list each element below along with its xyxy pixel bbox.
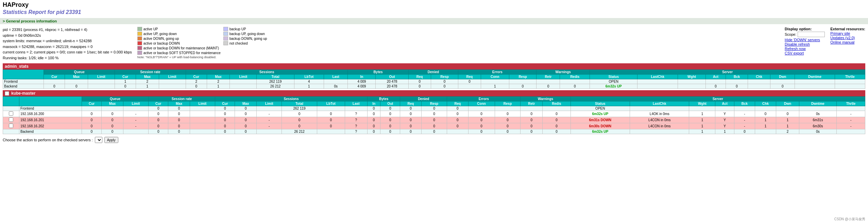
table-row: 192.168.16.200 00- 00 00-00? 00 00 000 0…: [3, 111, 865, 117]
col-sessions: Sessions: [186, 70, 348, 75]
apply-button[interactable]: Apply: [104, 137, 118, 143]
table-row: Frontend 12 22262 1194 4 00920 478 00 0 …: [3, 79, 865, 84]
process-line1: pid = 23391 (process #1, nbproc = 1, nbt…: [3, 27, 132, 33]
col-server: Server: [590, 70, 865, 75]
process-line4: maxsock = 524288, maxconn = 262119; maxp…: [3, 44, 132, 50]
col-queue: Queue: [44, 70, 115, 75]
external-resources: External resources: Primary site Updates…: [830, 27, 865, 61]
kube-master-section: kube-master Queue Session rate Sessions …: [3, 90, 865, 134]
scope-input[interactable]: [798, 32, 825, 37]
admin-stats-title: admin_stats: [5, 64, 29, 69]
process-line6: Running tasks: 1/26; idle = 100 %: [3, 55, 132, 61]
col-errors: Errors: [458, 70, 537, 75]
primary-site-link[interactable]: Primary site: [830, 31, 865, 35]
table-row: Frontend 00 00262 119 00 00 0 OPEN: [3, 106, 865, 111]
external-resources-title: External resources:: [830, 27, 865, 31]
legend-right: backup UP backup UP, going down backup D…: [223, 27, 267, 61]
legend-left: active UP active UP, going down active D…: [137, 27, 221, 61]
process-info: pid = 23391 (process #1, nbproc = 1, nbt…: [3, 27, 132, 61]
col-name: [19, 97, 82, 106]
server-201-checkbox[interactable]: [9, 117, 13, 122]
kube-master-title: kube-master: [11, 91, 35, 96]
table-row: Backend 00 00 0026 212? 00 00 00 00 6m32…: [3, 129, 865, 134]
display-options: Display option: Scope: Hide 'DOWN' serve…: [785, 27, 825, 61]
server-202-checkbox[interactable]: [9, 124, 13, 128]
kube-master-header: kube-master: [3, 90, 865, 96]
col-bytes: Bytes: [348, 70, 408, 75]
admin-stats-section: admin_stats Queue Session rate Sessions …: [3, 63, 865, 89]
kube-master-table: Queue Session rate Sessions Bytes Denied…: [3, 96, 865, 134]
table-row: 192.168.16.202 00- 00 00-00? 00 00 000 0…: [3, 123, 865, 129]
legend-area: active UP active UP, going down active D…: [137, 27, 779, 61]
hide-down-link[interactable]: Hide 'DOWN' servers: [785, 38, 825, 42]
col-name: [3, 70, 44, 79]
scope-label: Scope:: [785, 32, 796, 36]
table-row: 192.168.16.201 00- 00 00-00? 00 00 000 0…: [3, 117, 865, 123]
bottom-bar-label: Choose the action to perform on the chec…: [3, 138, 93, 142]
process-line5: current conns = 2; current pipes = 0/0; …: [3, 49, 132, 55]
page-subtitle: Statistics Report for pid 23391: [3, 9, 865, 15]
col-checkbox: [3, 97, 19, 106]
online-manual-link[interactable]: Online manual: [830, 40, 865, 44]
server-200-checkbox[interactable]: [9, 111, 13, 116]
col-denied: Denied: [408, 70, 458, 75]
process-line2: uptime = 0d 0h06m32s: [3, 33, 132, 38]
app-title: HAProxy: [3, 1, 865, 9]
kube-master-checkbox[interactable]: [5, 91, 9, 96]
action-select[interactable]: [95, 137, 102, 143]
disable-refresh-link[interactable]: Disable refresh: [785, 42, 825, 46]
col-warnings: Warnings: [537, 70, 590, 75]
refresh-now-link[interactable]: Refresh now: [785, 47, 825, 51]
admin-stats-table: Queue Session rate Sessions Bytes Denied…: [3, 69, 865, 89]
legend-note: Note: "NOLB"/"DRAIN" = UP with load-bala…: [137, 55, 221, 59]
col-session-rate: Session rate: [115, 70, 186, 75]
admin-stats-header: admin_stats: [3, 63, 865, 69]
updates-link[interactable]: Updates (v2.0): [830, 36, 865, 40]
display-options-title: Display option:: [785, 27, 825, 31]
general-section-title: > General process information: [0, 18, 868, 24]
process-line3: system limits: memmax = unlimited; ulimi…: [3, 38, 132, 44]
bottom-bar: Choose the action to perform on the chec…: [0, 136, 868, 144]
table-row: Backend 00 01 0126 21210s 4 00920 478 00…: [3, 84, 865, 89]
csv-export-link[interactable]: CSV export: [785, 51, 825, 55]
